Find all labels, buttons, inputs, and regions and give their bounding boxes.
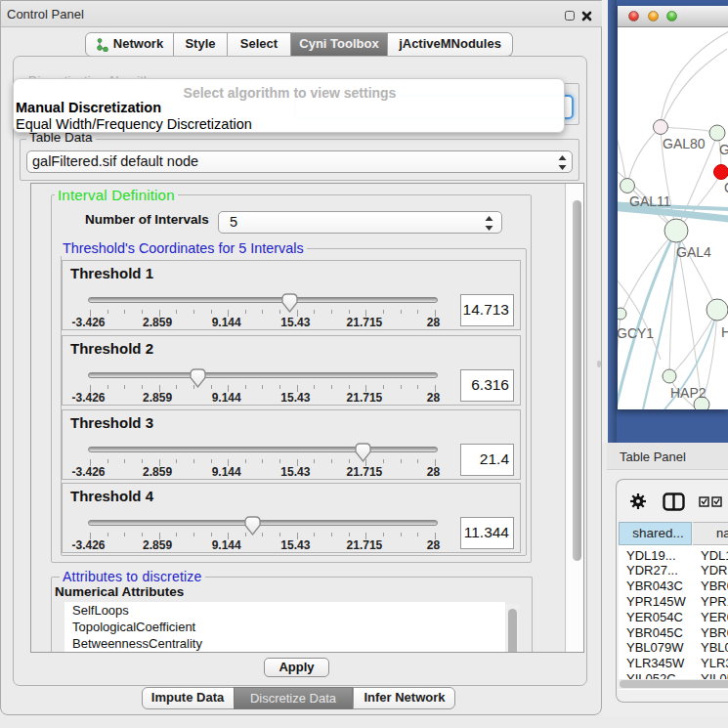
svg-text:GA: GA	[719, 142, 728, 157]
svg-text:GCY1: GCY1	[618, 325, 654, 341]
svg-text:GAL11: GAL11	[629, 193, 671, 209]
svg-text:H: H	[721, 324, 728, 340]
svg-text:GAL4: GAL4	[676, 244, 711, 260]
svg-text:HAP2: HAP2	[670, 385, 707, 401]
svg-text:GAL80: GAL80	[663, 136, 706, 151]
svg-text:C: C	[724, 180, 728, 195]
